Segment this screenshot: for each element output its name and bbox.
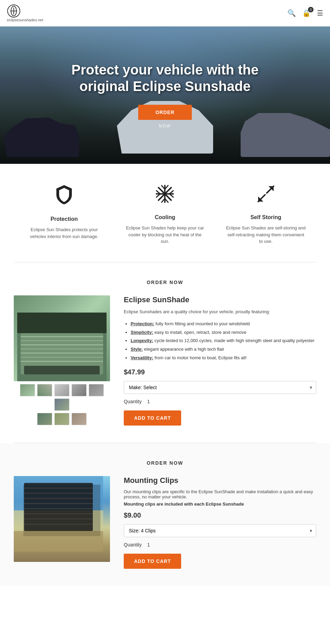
compress-icon bbox=[226, 184, 306, 207]
make-select-wrap: Make: Select Acura Audi BMW Chevrolet Fo… bbox=[124, 381, 316, 394]
svg-rect-30 bbox=[17, 313, 107, 333]
quantity-row-mounting: Quantity 1 bbox=[124, 542, 316, 547]
protection-title: Protection bbox=[24, 216, 104, 222]
feature-protection: Protection Eclipse Sun Shades protects y… bbox=[14, 184, 114, 245]
logo-text: eclipsesunshades.net bbox=[7, 18, 43, 22]
product-images-mounting bbox=[14, 476, 110, 562]
hero-title: Protect your vehicle with the original E… bbox=[45, 61, 285, 94]
protection-icon-svg bbox=[55, 184, 74, 205]
header: eclipsesunshades.net 🔍 🔒 0 ☰ bbox=[0, 0, 330, 26]
feat-label-longevity: Longevity: bbox=[131, 338, 153, 343]
quantity-label-sunshade: Quantity bbox=[124, 399, 142, 404]
feature-cooling: Cooling Eclipse Sun Shades help keep you… bbox=[114, 184, 215, 245]
sunshade-illustration bbox=[17, 313, 107, 381]
self-storing-desc: Eclipse Sun Shades are self-storing and … bbox=[226, 225, 306, 245]
mounting-illustration bbox=[14, 476, 103, 552]
order-button[interactable]: ORDER bbox=[138, 105, 192, 120]
product-features-list: Protection: fully form fitting and mount… bbox=[124, 320, 316, 362]
cooling-title: Cooling bbox=[125, 214, 205, 221]
thumbnail-4[interactable] bbox=[72, 384, 87, 396]
thumbnail-5[interactable] bbox=[89, 384, 104, 396]
cooling-desc: Eclipse Sun Shades help keep your car co… bbox=[125, 225, 205, 245]
hero-content: Protect your vehicle with the original E… bbox=[45, 61, 285, 129]
feature-style: Style: elegant appearance with a high te… bbox=[131, 345, 316, 354]
feat-label-protection: Protection: bbox=[131, 321, 154, 326]
feat-label-simplicity: Simplicity: bbox=[131, 330, 153, 335]
product-intro-sunshade: Eclipse Sunshades are a quality choice f… bbox=[124, 308, 316, 315]
thumbnail-9[interactable] bbox=[72, 413, 87, 425]
quantity-value-mounting: 1 bbox=[147, 542, 150, 547]
feature-self-storing: Self Storing Eclipse Sun Shades are self… bbox=[216, 184, 316, 245]
order-title-2: ORDER NOW bbox=[14, 460, 316, 466]
thumbnail-3[interactable] bbox=[54, 384, 69, 396]
product-row-mounting: Mounting Clips Our mounting clips are sp… bbox=[14, 476, 316, 569]
main-product-image-sunshade bbox=[14, 295, 110, 381]
thumbnail-7[interactable] bbox=[37, 413, 52, 425]
thumbnail-8[interactable] bbox=[54, 413, 69, 425]
add-to-cart-button-mounting[interactable]: ADD TO CART bbox=[124, 554, 181, 569]
product-note-mounting: Mounting clips are included with each Ec… bbox=[124, 501, 316, 507]
order-section-sunshade: ORDER NOW bbox=[0, 262, 330, 443]
product-name-sunshade: Eclipse SunShade bbox=[124, 295, 316, 304]
header-icons: 🔍 🔒 0 ☰ bbox=[287, 9, 323, 17]
product-intro-mounting: Our mounting clips are specific to the E… bbox=[124, 489, 316, 499]
svg-rect-31 bbox=[24, 366, 100, 374]
self-storing-icon-svg bbox=[256, 184, 275, 203]
product-details-sunshade: Eclipse SunShade Eclipse Sunshades are a… bbox=[124, 295, 316, 426]
protection-desc: Eclipse Sun Shades protects your vehicle… bbox=[24, 226, 104, 240]
size-select-wrap: Size: 4 Clips Size: 6 Clips Size: 8 Clip… bbox=[124, 524, 316, 537]
shield-icon bbox=[24, 184, 104, 209]
product-price-mounting: $9.00 bbox=[124, 511, 316, 519]
search-icon[interactable]: 🔍 bbox=[287, 9, 296, 17]
mounting-image-content bbox=[14, 476, 110, 562]
add-to-cart-button-sunshade[interactable]: ADD TO CART bbox=[124, 410, 181, 426]
quantity-label-mounting: Quantity bbox=[124, 542, 142, 547]
logo-icon bbox=[7, 4, 21, 18]
product-name-mounting: Mounting Clips bbox=[124, 476, 316, 485]
menu-icon[interactable]: ☰ bbox=[317, 9, 323, 17]
logo[interactable]: eclipsesunshades.net bbox=[7, 4, 43, 22]
cart-icon[interactable]: 🔒 0 bbox=[302, 9, 311, 17]
hero-section: Protect your vehicle with the original E… bbox=[0, 26, 330, 164]
main-product-image-mounting bbox=[14, 476, 110, 562]
feat-label-versatility: Versatility: bbox=[131, 355, 153, 360]
svg-rect-34 bbox=[14, 531, 103, 552]
quantity-value-sunshade: 1 bbox=[147, 399, 150, 404]
size-select[interactable]: Size: 4 Clips Size: 6 Clips Size: 8 Clip… bbox=[124, 524, 316, 537]
feat-label-style: Style: bbox=[131, 347, 143, 352]
thumbnail-6[interactable] bbox=[54, 398, 69, 411]
product-details-mounting: Mounting Clips Our mounting clips are sp… bbox=[124, 476, 316, 569]
make-select[interactable]: Make: Select Acura Audi BMW Chevrolet Fo… bbox=[124, 381, 316, 394]
feature-simplicity: Simplicity: easy to install, open, retra… bbox=[131, 328, 316, 337]
snowflake-icon bbox=[125, 184, 205, 207]
cooling-icon-svg bbox=[155, 184, 174, 203]
quantity-row-sunshade: Quantity 1 bbox=[124, 399, 316, 404]
features-section: Protection Eclipse Sun Shades protects y… bbox=[0, 164, 330, 262]
self-storing-title: Self Storing bbox=[226, 214, 306, 221]
feature-protection: Protection: fully form fitting and mount… bbox=[131, 320, 316, 328]
thumbnail-row-1 bbox=[14, 384, 110, 411]
feature-longevity: Longevity: cycle tested to 12,000 cycles… bbox=[131, 337, 316, 345]
feature-versatility: Versatility: from car to motor home to b… bbox=[131, 354, 316, 362]
sunshade-image-content bbox=[14, 295, 110, 381]
product-price-sunshade: $47.99 bbox=[124, 368, 316, 376]
cart-count: 0 bbox=[308, 7, 314, 12]
product-images-sunshade bbox=[14, 295, 110, 425]
product-row-sunshade: Eclipse SunShade Eclipse Sunshades are a… bbox=[14, 295, 316, 426]
thumbnail-2[interactable] bbox=[37, 384, 52, 396]
thumbnail-1[interactable] bbox=[20, 384, 35, 396]
now-button[interactable]: NOW bbox=[159, 124, 171, 128]
svg-point-16 bbox=[164, 193, 166, 195]
order-title-1: ORDER NOW bbox=[14, 280, 316, 285]
thumbnail-row-2 bbox=[14, 413, 110, 425]
order-section-mounting: ORDER NOW bbox=[0, 443, 330, 586]
